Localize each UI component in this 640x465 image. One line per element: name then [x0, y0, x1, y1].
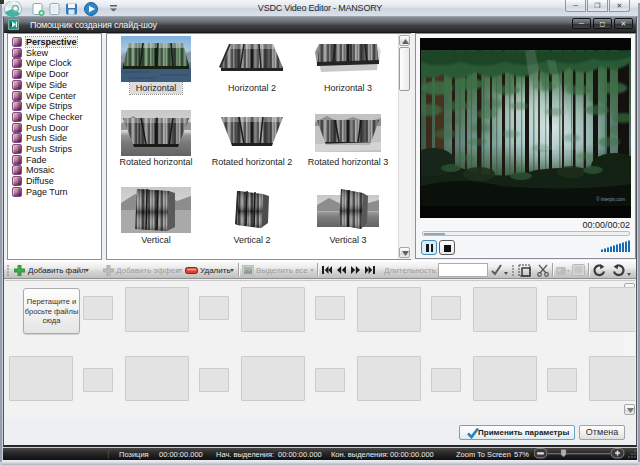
svg-text:© interpix.com: © interpix.com [596, 196, 625, 202]
